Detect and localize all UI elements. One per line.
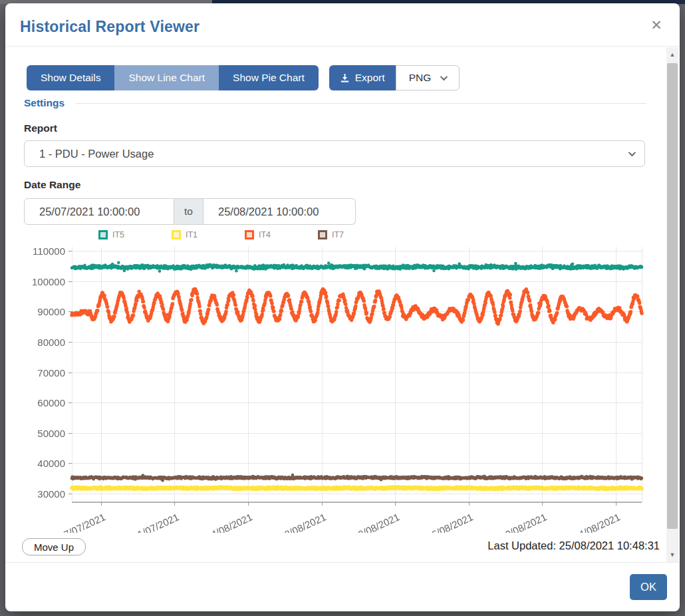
scrollbar-thumb[interactable] [667, 63, 678, 529]
dialog-header: Historical Report Viewer ✕ [5, 3, 680, 47]
export-group: Export PNG [329, 65, 460, 90]
show-details-button[interactable]: Show Details [27, 65, 114, 90]
legend-label: IT4 [259, 230, 271, 239]
date-range-row: to [24, 198, 356, 225]
date-to-input[interactable] [204, 198, 356, 225]
legend-swatch-icon [245, 230, 254, 239]
move-up-button[interactable]: Move Up [22, 538, 86, 555]
view-toggle-group: Show Details Show Line Chart Show Pie Ch… [27, 65, 319, 90]
export-button[interactable]: Export [329, 65, 396, 90]
vertical-scrollbar[interactable]: ▲ ▼ [666, 47, 678, 562]
date-range-label: Date Range [24, 179, 80, 191]
legend-label: IT1 [186, 230, 198, 239]
ok-button[interactable]: OK [630, 574, 667, 600]
legend-item-it1[interactable]: IT1 [172, 230, 245, 239]
settings-divider [76, 103, 646, 104]
export-format-select[interactable]: PNG [396, 65, 460, 90]
export-button-label: Export [355, 72, 385, 84]
legend-label: IT7 [332, 230, 344, 239]
show-line-chart-button[interactable]: Show Line Chart [114, 65, 219, 90]
dimmed-backdrop: Historical Report Viewer ✕ Show Details … [0, 0, 685, 616]
legend-item-it5[interactable]: IT5 [98, 230, 172, 239]
legend-swatch-icon [98, 230, 108, 239]
last-updated-text: Last Updated: 25/08/2021 10:48:31 [487, 539, 660, 552]
show-pie-chart-button[interactable]: Show Pie Chart [219, 65, 319, 90]
chart-legend: IT5 IT1 IT4 IT7 [98, 230, 391, 239]
date-from-input[interactable] [24, 198, 174, 225]
close-icon[interactable]: ✕ [646, 15, 666, 35]
historical-report-viewer-dialog: Historical Report Viewer ✕ Show Details … [5, 3, 680, 611]
report-select-value: 1 - PDU - Power Usage [39, 148, 628, 160]
legend-swatch-icon [172, 230, 181, 239]
chevron-down-icon [440, 73, 448, 80]
export-format-value: PNG [409, 72, 432, 84]
legend-label: IT5 [112, 230, 124, 239]
legend-swatch-icon [318, 230, 327, 239]
report-select[interactable]: 1 - PDU - Power Usage [24, 140, 645, 167]
toolbar: Show Details Show Line Chart Show Pie Ch… [27, 65, 460, 90]
dialog-footer: OK [5, 562, 680, 611]
scrollbar-up-arrow-icon[interactable]: ▲ [666, 49, 678, 61]
legend-item-it4[interactable]: IT4 [245, 230, 318, 239]
chevron-down-icon [628, 149, 636, 156]
dialog-title: Historical Report Viewer [20, 18, 200, 36]
download-icon [340, 73, 350, 83]
report-label: Report [24, 122, 57, 134]
legend-item-it7[interactable]: IT7 [318, 230, 391, 239]
date-to-separator: to [174, 198, 204, 225]
settings-heading: Settings [24, 97, 71, 109]
scrollbar-down-arrow-icon[interactable]: ▼ [666, 549, 678, 561]
line-chart [19, 240, 667, 533]
